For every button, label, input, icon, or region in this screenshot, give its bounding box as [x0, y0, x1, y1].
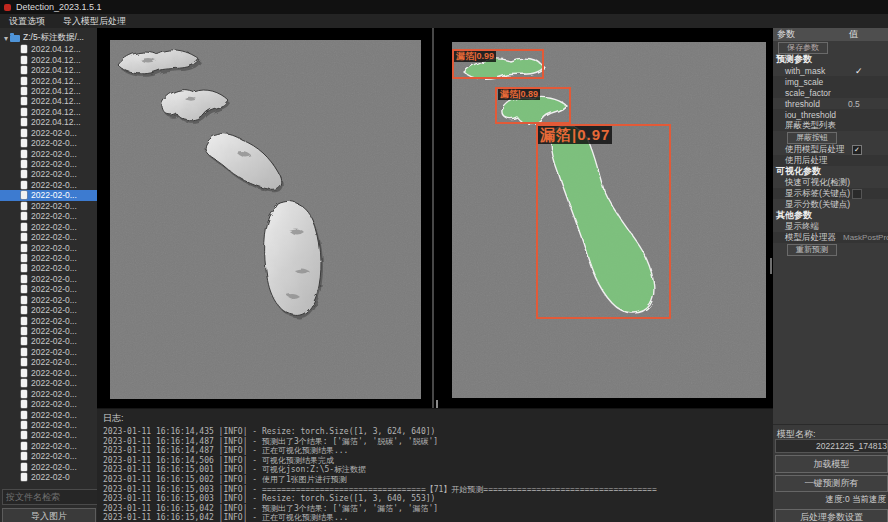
file-icon: [21, 327, 27, 335]
param-row-mask-type-list[interactable]: 屏蔽类型列表: [773, 120, 888, 131]
menu-settings[interactable]: 设置选项: [0, 14, 54, 28]
tree-item[interactable]: 2022-02-0...: [0, 263, 97, 273]
tree-item[interactable]: 2022-02-0...: [0, 399, 97, 409]
file-icon: [21, 421, 27, 429]
tree-item[interactable]: 2022-02-0...: [0, 336, 97, 346]
tree-item[interactable]: 2022-02-0...: [0, 315, 97, 325]
tree-item[interactable]: 2022-02-0...: [0, 221, 97, 231]
tree-item[interactable]: 2022-02-0...: [0, 242, 97, 252]
tree-item-label: 2022-02-0...: [31, 180, 77, 190]
tree-item-label: 2022.04.12...: [31, 76, 81, 86]
tree-item[interactable]: 2022-02-0...: [0, 388, 97, 398]
tree-item[interactable]: 2022.04.12...: [0, 117, 97, 127]
mask-button[interactable]: 屏蔽按钮: [787, 132, 837, 144]
tree-item[interactable]: 2022-02-0...: [0, 284, 97, 294]
tree-item[interactable]: 2022.04.12...: [0, 54, 97, 64]
model-name-field[interactable]: 20221225_174813: [775, 439, 888, 453]
log-panel[interactable]: 日志: 2023-01-11 16:16:14,435 |INFO| - Res…: [97, 408, 773, 522]
repredict-button[interactable]: 重新预测: [787, 244, 837, 256]
tree-item[interactable]: 2022-02-0...: [0, 305, 97, 315]
tree-item-label: 2022-02-0...: [31, 410, 77, 420]
window-title: Detection_2023.1.5.1: [16, 2, 102, 12]
checkbox-empty-icon[interactable]: [852, 189, 862, 199]
param-row-show-label-kp[interactable]: 显示标签(关键点): [773, 188, 888, 199]
param-row-model-post-processor[interactable]: 模型后处理器 MaskPostProc: [773, 232, 888, 243]
checkbox-checked-icon[interactable]: ✓: [852, 145, 862, 155]
load-model-button[interactable]: 加载模型: [775, 455, 888, 473]
file-icon: [21, 358, 27, 366]
tree-item[interactable]: 2022-02-0...: [0, 159, 97, 169]
param-row-use-post[interactable]: 使用后处理: [773, 155, 888, 166]
tree-item[interactable]: 2022.04.12...: [0, 44, 97, 54]
tree-item[interactable]: 2022.04.12...: [0, 65, 97, 75]
section-other-params: 其他参数: [773, 210, 888, 221]
tree-item-label: 2022-02-0...: [31, 368, 77, 378]
panel-splitter-nub[interactable]: [770, 258, 772, 274]
tree-item[interactable]: 2022-02-0...: [0, 420, 97, 430]
original-image-panel[interactable]: [110, 40, 421, 399]
tree-item[interactable]: 2022-02-0...: [0, 430, 97, 440]
import-images-button[interactable]: 导入图片: [2, 508, 96, 522]
log-line: 2023-01-11 16:16:14,487 |INFO| - 预测出了3个结…: [97, 437, 773, 447]
search-input[interactable]: [2, 489, 99, 505]
model-post-processor-value[interactable]: MaskPostProc: [843, 233, 888, 242]
tree-item[interactable]: 2022-02-0...: [0, 462, 97, 472]
title-bar: Detection_2023.1.5.1: [0, 0, 888, 14]
tree-item[interactable]: 2022-02-0...: [0, 378, 97, 388]
tree-item[interactable]: 2022-02-0...: [0, 169, 97, 179]
tree-item-label: 2022.04.12...: [31, 96, 81, 106]
param-row-with-mask[interactable]: with_mask ✓: [773, 65, 888, 76]
speed-status: 速度:0 当前速度: [773, 494, 886, 506]
tree-item[interactable]: 2022-02-0...: [0, 148, 97, 158]
tree-item-label: 2022-02-0...: [31, 274, 77, 284]
tree-item[interactable]: 2022-02-0...: [0, 190, 97, 200]
tree-item[interactable]: 2022-02-0...: [0, 441, 97, 451]
tree-item[interactable]: 2022-02-0...: [0, 274, 97, 284]
param-row-show-terminal[interactable]: 显示终端: [773, 221, 888, 232]
tree-item[interactable]: 2022-02-0: [0, 472, 97, 482]
tree-item[interactable]: 2022.04.12...: [0, 96, 97, 106]
chevron-down-icon[interactable]: ▾: [4, 34, 8, 43]
param-row-img-scale[interactable]: img_scale: [773, 76, 888, 87]
tree-item[interactable]: 2022-02-0...: [0, 232, 97, 242]
prediction-image-panel[interactable]: 漏箔|0.99 漏箔|0.89 漏箔|0.97: [452, 42, 766, 398]
file-icon: [21, 223, 27, 231]
image-pane-divider[interactable]: [432, 28, 434, 408]
tree-item[interactable]: 2022-02-0...: [0, 138, 97, 148]
tree-item[interactable]: 2022-02-0...: [0, 180, 97, 190]
param-row-quick-vis[interactable]: 快速可视化(检测): [773, 177, 888, 188]
param-row-use-model-post[interactable]: 使用模型后处理 ✓: [773, 144, 888, 155]
tree-item-label: 2022-02-0...: [31, 357, 77, 367]
tree-item[interactable]: 2022-02-0...: [0, 357, 97, 367]
tree-item[interactable]: 2022-02-0...: [0, 253, 97, 263]
param-row-threshold[interactable]: threshold 0.5: [773, 98, 888, 109]
tree-item-label: 2022-02-0...: [31, 326, 77, 336]
file-icon: [21, 411, 27, 419]
file-sidebar: ▾ Z:/5-标注数据/... 2022.04.12...2022.04.12.…: [0, 28, 98, 522]
file-icon: [21, 202, 27, 210]
tree-item[interactable]: 2022-02-0...: [0, 295, 97, 305]
param-row-iou-threshold[interactable]: iou_threshold: [773, 109, 888, 120]
post-settings-button[interactable]: 后处理参数设置: [775, 509, 888, 522]
tree-item[interactable]: 2022-02-0...: [0, 128, 97, 138]
tree-item[interactable]: 2022-02-0...: [0, 326, 97, 336]
tree-item[interactable]: 2022-02-0...: [0, 451, 97, 461]
tree-item[interactable]: 2022-02-0...: [0, 409, 97, 419]
value-col-header: 值: [849, 28, 858, 41]
tree-item[interactable]: 2022-02-0...: [0, 347, 97, 357]
threshold-value[interactable]: 0.5: [848, 99, 860, 109]
tree-root-folder[interactable]: ▾ Z:/5-标注数据/...: [0, 32, 97, 44]
tree-item[interactable]: 2022-02-0...: [0, 201, 97, 211]
tree-item[interactable]: 2022-02-0...: [0, 211, 97, 221]
save-params-button[interactable]: 保存参数: [778, 42, 828, 54]
tree-item[interactable]: 2022.04.12...: [0, 75, 97, 85]
predict-all-button[interactable]: 一键预测所有: [775, 475, 888, 492]
tree-item[interactable]: 2022-02-0...: [0, 368, 97, 378]
param-row-show-score-kp[interactable]: 显示分数(关键点): [773, 199, 888, 210]
menu-import-model-post[interactable]: 导入模型后处理: [54, 14, 135, 28]
tree-item[interactable]: 2022.04.12...: [0, 107, 97, 117]
repredict-row: 重新预测: [773, 243, 888, 256]
param-row-scale-factor[interactable]: scale_factor: [773, 87, 888, 98]
tree-item[interactable]: 2022.04.12...: [0, 86, 97, 96]
check-icon: ✓: [855, 66, 863, 76]
